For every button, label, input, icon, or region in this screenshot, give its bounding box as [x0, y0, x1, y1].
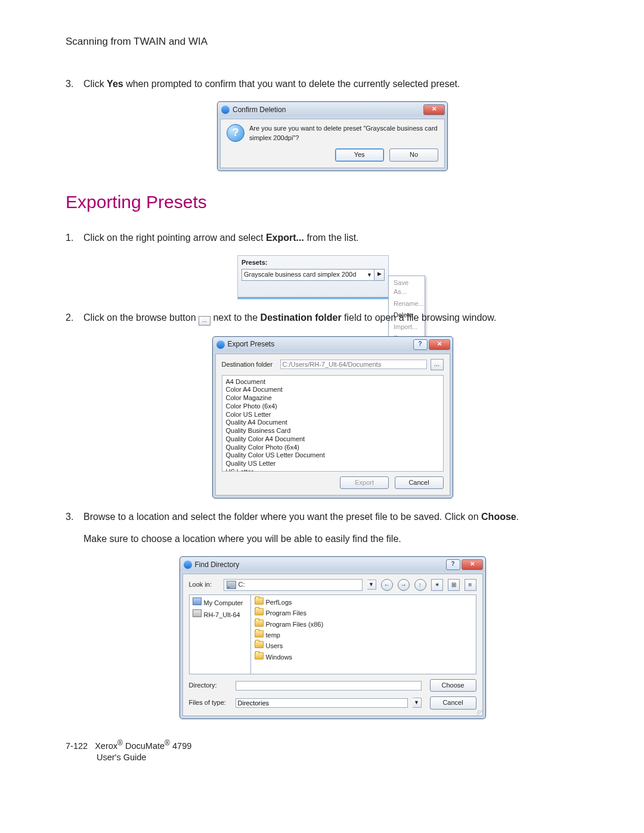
- delete-step-3: 3. Click Yes when prompted to confirm th…: [66, 78, 581, 171]
- presets-panel: Presets: Grayscale business card simplex…: [237, 255, 389, 299]
- menu-save-as[interactable]: Save As...: [389, 277, 425, 298]
- step-number: 3.: [66, 510, 73, 524]
- directory-label: Directory:: [189, 681, 231, 690]
- folder-item[interactable]: Windows: [255, 652, 472, 662]
- forward-button[interactable]: →: [398, 579, 410, 591]
- help-button[interactable]: ?: [446, 559, 460, 570]
- cancel-button[interactable]: Cancel: [430, 696, 476, 709]
- dialog-title: Export Presets: [228, 339, 412, 349]
- footer-guide: User's Guide: [97, 753, 146, 762]
- folder-icon: [255, 620, 264, 627]
- list-item[interactable]: Quality Color A4 Document: [226, 435, 439, 444]
- no-button[interactable]: No: [389, 148, 438, 161]
- folder-item[interactable]: Users: [255, 641, 472, 651]
- dialog-title: Find Directory: [195, 560, 445, 570]
- chapter-title: Scanning from TWAIN and WIA: [66, 36, 581, 48]
- label: Windows: [266, 654, 293, 661]
- browse-button[interactable]: ...: [431, 359, 444, 370]
- close-button[interactable]: ✕: [462, 559, 483, 570]
- choose-button[interactable]: Choose: [430, 679, 476, 692]
- yes-button[interactable]: Yes: [335, 148, 384, 161]
- label: Program Files (x86): [266, 621, 324, 628]
- dialog-message: Are you sure you want to delete preset "…: [249, 124, 438, 143]
- question-icon: ?: [227, 124, 244, 142]
- presets-menu-arrow[interactable]: ▶: [374, 269, 385, 280]
- close-button[interactable]: ✕: [423, 104, 445, 115]
- look-in-label: Look in:: [189, 580, 219, 589]
- dialog-titlebar: Export Presets ? ✕: [213, 337, 453, 351]
- list-item[interactable]: Quality Color Photo (6x4): [226, 444, 439, 452]
- list-item[interactable]: Color Magazine: [226, 394, 439, 402]
- list-item[interactable]: Color A4 Document: [226, 386, 439, 394]
- sub-paragraph: Make sure to choose a location where you…: [83, 532, 581, 546]
- new-folder-button[interactable]: ✶: [431, 579, 443, 591]
- menu-rename[interactable]: Rename...: [389, 298, 425, 309]
- panel-bottom-accent: [238, 297, 388, 299]
- export-step-3: 3. Browse to a location and select the f…: [66, 510, 581, 719]
- folder-item[interactable]: Program Files (x86): [255, 620, 472, 629]
- list-item[interactable]: Quality US Letter: [226, 460, 439, 468]
- back-button[interactable]: ←: [381, 579, 393, 591]
- text: .: [516, 512, 519, 522]
- folder-icon: [255, 630, 264, 637]
- text-bold: Choose: [481, 512, 516, 522]
- list-item[interactable]: A4 Document: [226, 378, 439, 386]
- close-button[interactable]: ✕: [429, 339, 450, 350]
- computer-icon: [193, 597, 202, 605]
- help-button[interactable]: ?: [413, 339, 428, 350]
- preset-list[interactable]: A4 Document Color A4 Document Color Maga…: [222, 375, 444, 472]
- text: field to open a file browsing window.: [342, 312, 497, 323]
- look-in-combo[interactable]: C:: [224, 579, 363, 590]
- page-number: 7-122: [66, 741, 88, 751]
- list-item[interactable]: Color US Letter: [226, 411, 439, 419]
- list-item[interactable]: US Letter: [226, 468, 439, 472]
- drive-icon: [227, 581, 236, 589]
- presets-combobox[interactable]: Grayscale business card simplex 200d ▼: [242, 269, 374, 280]
- dialog-titlebar: Find Directory ? ✕: [180, 557, 485, 571]
- registered-mark: ®: [117, 739, 123, 747]
- destination-folder-input[interactable]: [280, 360, 427, 369]
- label: RH-7_Ult-64: [204, 611, 240, 618]
- section-heading: Exporting Presets: [66, 192, 581, 212]
- registered-mark: ®: [165, 739, 170, 747]
- list-item[interactable]: Quality Color US Letter Document: [226, 451, 439, 460]
- view-list-button[interactable]: ≡: [465, 579, 476, 591]
- export-presets-dialog: Export Presets ? ✕ Destination folder ..…: [212, 336, 453, 498]
- label: My Computer: [204, 599, 243, 606]
- app-icon: [184, 561, 192, 569]
- resize-grip-icon[interactable]: [477, 710, 483, 716]
- folder-item[interactable]: temp: [255, 630, 472, 640]
- text-bold: Yes: [107, 79, 123, 89]
- page-footer: 7-122 Xerox® DocuMate® 4799 User's Guide: [66, 738, 581, 764]
- list-item[interactable]: Quality Business Card: [226, 427, 439, 435]
- dialog-title: Confirm Deletion: [233, 105, 422, 115]
- app-icon: [216, 340, 225, 349]
- chevron-down-icon: ▼: [367, 271, 372, 279]
- chevron-down-icon[interactable]: ▼: [413, 698, 422, 708]
- up-button[interactable]: ↑: [414, 579, 426, 591]
- export-button[interactable]: Export: [340, 476, 389, 489]
- text: Click on the browse button: [83, 312, 199, 323]
- destination-folder-label: Destination folder: [222, 360, 277, 369]
- folder-item[interactable]: PerfLogs: [255, 597, 472, 607]
- footer-product: DocuMate: [123, 741, 165, 751]
- place-my-computer[interactable]: My Computer: [193, 597, 247, 608]
- place-rh[interactable]: RH-7_Ult-64: [193, 609, 247, 620]
- export-step-2: 2. Click on the browse button ... next t…: [66, 311, 581, 498]
- folder-item[interactable]: Program Files: [255, 608, 472, 618]
- cancel-button[interactable]: Cancel: [395, 476, 444, 489]
- chevron-down-icon[interactable]: ▼: [367, 580, 376, 590]
- directory-input[interactable]: [236, 681, 422, 690]
- list-item[interactable]: Color Photo (6x4): [226, 402, 439, 411]
- footer-model: 4799: [170, 741, 191, 751]
- find-directory-dialog: Find Directory ? ✕ Look in: C: ▼ ←: [179, 556, 486, 719]
- view-grid-button[interactable]: ⊞: [448, 579, 460, 591]
- export-step-1: 1. Click on the right pointing arrow and…: [66, 231, 581, 299]
- text: Click on the right pointing arrow and se…: [83, 233, 266, 243]
- presets-label: Presets:: [242, 258, 385, 267]
- files-of-type-input[interactable]: [236, 698, 408, 708]
- disk-icon: [193, 609, 202, 617]
- list-item[interactable]: Quality A4 Document: [226, 419, 439, 427]
- app-icon: [221, 106, 230, 114]
- label: PerfLogs: [266, 599, 292, 606]
